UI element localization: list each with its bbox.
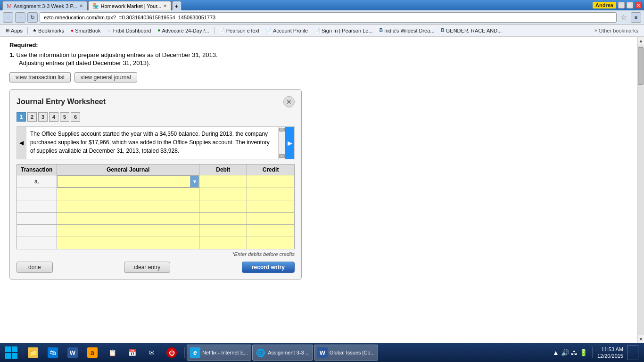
modal-close-button[interactable]: ✕ [283, 96, 295, 107]
general-journal-input-1[interactable] [58, 176, 190, 187]
bookmark-advocare[interactable]: ♥ Advocare 24-Day /... [155, 27, 212, 34]
page-scrollbar[interactable]: ▲ ▼ [637, 37, 644, 343]
debit-input-4[interactable] [199, 213, 247, 224]
taskbar-doc[interactable]: 📋 [104, 345, 123, 361]
bookmark-fitbit[interactable]: ··· Fitbit Dashboard [105, 27, 154, 34]
taskbar-chrome[interactable]: 🌐 Assignment 3-3 ... [252, 345, 313, 361]
bookmark-sign-in-pearson[interactable]: 📄 Sign In | Pearson Le... [312, 27, 376, 34]
debit-input-2[interactable] [199, 188, 247, 200]
credit-input-2[interactable] [247, 188, 294, 200]
credit-input-cell-6[interactable] [247, 237, 295, 249]
scroll-track[interactable] [638, 45, 644, 335]
general-journal-input-cell-3[interactable] [57, 200, 199, 213]
credit-input-cell-3[interactable] [247, 200, 295, 213]
refresh-button[interactable]: ↻ [27, 12, 38, 23]
general-journal-input-4[interactable] [57, 213, 199, 224]
tab-new[interactable]: + [172, 1, 182, 10]
credit-input-1[interactable] [247, 175, 294, 188]
taskbar-calendar[interactable]: 📅 [124, 345, 143, 361]
general-journal-input-2[interactable] [57, 188, 199, 200]
debit-input-cell-1[interactable] [199, 175, 247, 188]
taskbar-mail[interactable]: ✉ [144, 345, 163, 361]
debit-input-cell-4[interactable] [199, 213, 247, 225]
credit-input-3[interactable] [247, 200, 294, 212]
maximize-button[interactable]: □ [627, 2, 633, 8]
desc-prev-button[interactable]: ◀ [17, 127, 26, 159]
start-button[interactable] [2, 345, 21, 360]
taskbar-amazon[interactable]: a [84, 345, 103, 361]
credit-input-6[interactable] [247, 237, 294, 249]
credit-input-5[interactable] [247, 225, 294, 237]
forward-button[interactable]: → [15, 12, 25, 23]
credit-input-cell-4[interactable] [247, 213, 295, 225]
step-6[interactable]: 6 [71, 112, 80, 122]
scroll-thumb[interactable] [638, 47, 644, 85]
taskbar-power[interactable]: ⏻ [164, 345, 182, 361]
taskbar-store[interactable]: 🛍 [45, 345, 64, 361]
back-button[interactable]: ← [3, 12, 13, 23]
credit-input-cell-5[interactable] [247, 225, 295, 237]
credit-input-cell-1[interactable] [247, 175, 295, 188]
speaker-icon[interactable]: 🔊 [561, 349, 569, 356]
taskbar-ie[interactable]: e Netflix - Internet E... [187, 345, 251, 361]
show-desktop-button[interactable] [627, 345, 638, 360]
tab-close-1[interactable]: ✕ [79, 3, 83, 8]
step-5[interactable]: 5 [60, 112, 69, 122]
bookmark-indias-wildest[interactable]: B India's Wildest Drea... [377, 27, 438, 34]
credit-input-cell-2[interactable] [247, 188, 295, 200]
debit-input-1[interactable] [199, 175, 247, 188]
bookmark-account-profile[interactable]: 📄 Account Profile [263, 27, 311, 34]
taskbar-word-app[interactable]: W Global Issues [Co... [314, 345, 378, 361]
view-transaction-button[interactable]: view transaction list [9, 72, 71, 82]
taskbar-word[interactable]: W [65, 345, 83, 361]
debit-input-cell-6[interactable] [199, 237, 247, 249]
general-journal-input-cell-4[interactable] [57, 213, 199, 225]
address-bar[interactable] [40, 12, 617, 23]
bookmark-gender-race[interactable]: B GENDER, RACE AND... [438, 27, 505, 34]
bookmark-pearson-etext[interactable]: 📄 Pearson eText [216, 27, 262, 34]
minimize-button[interactable]: — [618, 2, 625, 8]
close-button[interactable]: ✕ [635, 2, 642, 8]
general-journal-input-cell-5[interactable] [57, 225, 199, 237]
scroll-up[interactable]: ▲ [637, 37, 644, 45]
credit-input-4[interactable] [247, 213, 294, 224]
general-journal-input-5[interactable] [57, 225, 199, 237]
general-journal-input-cell-6[interactable] [57, 237, 199, 249]
tab-homework[interactable]: 🏪 Homework Market | Your... ✕ [88, 1, 172, 10]
bookmark-apps[interactable]: ⊞ Apps [3, 27, 25, 34]
bookmark-other[interactable]: » Other bookmarks [592, 27, 641, 34]
bookmark-bookmarks[interactable]: ★ Bookmarks [30, 27, 67, 34]
battery-icon[interactable]: 🔋 [579, 349, 587, 356]
desc-next-button[interactable]: ▶ [285, 127, 294, 159]
tab-assignment[interactable]: M Assignment 3-3 Week 3 P... ✕ [2, 1, 87, 10]
step-4[interactable]: 4 [49, 112, 58, 122]
taskbar-file-explorer[interactable]: 📁 [25, 345, 44, 361]
network-icon[interactable]: 🖧 [571, 349, 578, 356]
scroll-down[interactable]: ▼ [637, 335, 644, 343]
desc-scrollbar[interactable] [278, 127, 285, 159]
bookmark-star[interactable]: ☆ [619, 12, 629, 23]
view-journal-button[interactable]: view general journal [74, 72, 137, 82]
debit-input-6[interactable] [199, 237, 247, 249]
tab-close-2[interactable]: ✕ [163, 3, 167, 8]
taskbar-clock[interactable]: 11:53 AM 12/20/2015 [597, 346, 623, 360]
general-journal-input-cell-1[interactable]: ▼ [57, 175, 199, 188]
dropdown-arrow-1[interactable]: ▼ [190, 176, 198, 187]
bookmark-smartbook[interactable]: ● SmartBook [68, 27, 103, 34]
record-entry-button[interactable]: record entry [242, 262, 295, 273]
debit-input-cell-2[interactable] [199, 188, 247, 200]
browser-menu[interactable]: ≡ [631, 12, 641, 23]
general-journal-input-3[interactable] [57, 200, 199, 212]
debit-input-3[interactable] [199, 200, 247, 212]
step-2[interactable]: 2 [27, 112, 37, 122]
tray-expand[interactable]: ▲ [553, 349, 559, 356]
general-journal-input-cell-2[interactable] [57, 188, 199, 200]
done-button[interactable]: done [17, 262, 53, 273]
clear-entry-button[interactable]: clear entry [124, 262, 170, 273]
debit-input-cell-3[interactable] [199, 200, 247, 213]
debit-input-5[interactable] [199, 225, 247, 237]
debit-input-cell-5[interactable] [199, 225, 247, 237]
step-3[interactable]: 3 [38, 112, 48, 122]
general-journal-input-6[interactable] [57, 237, 199, 249]
step-1[interactable]: 1 [17, 112, 26, 122]
